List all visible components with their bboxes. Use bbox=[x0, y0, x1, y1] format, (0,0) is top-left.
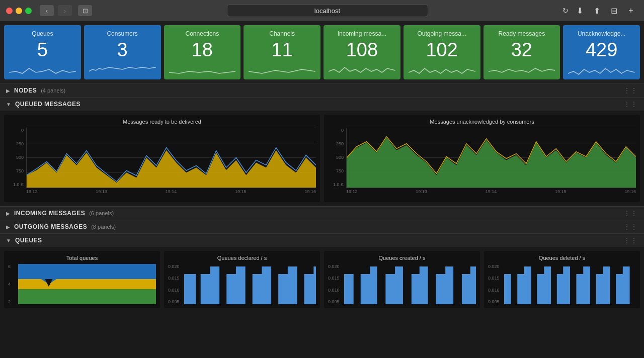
forward-button[interactable]: › bbox=[58, 5, 72, 16]
chart-queues-declared: Queues declared / s 0.020 0.015 0.010 0.… bbox=[164, 251, 320, 308]
chart-unack-svg bbox=[347, 128, 636, 188]
queues-chevron-icon: ▼ bbox=[6, 238, 11, 243]
chart-total-queues: Total queues 6 4 2 bbox=[4, 251, 160, 308]
svg-rect-3 bbox=[18, 279, 156, 289]
outgoing-section-header[interactable]: ▶ OUTGOING MESSAGES (8 panels) ⋮⋮ bbox=[0, 220, 644, 233]
queues-created-title: Queues created / s bbox=[328, 255, 476, 261]
incoming-title: INCOMING MESSAGES bbox=[14, 210, 85, 217]
chart-ready-grid bbox=[26, 128, 316, 188]
chart-unack-area: 1.0 K 750 500 250 0 bbox=[328, 128, 636, 198]
stat-card-consumers[interactable]: Consumers 3 bbox=[84, 25, 161, 79]
consumers-value: 3 bbox=[89, 39, 156, 60]
queued-title: QUEUED MESSAGES bbox=[15, 101, 80, 108]
chart-messages-unack: Messages unacknowledged by consumers 1.0… bbox=[324, 115, 640, 202]
queues-declared-title: Queues declared / s bbox=[168, 255, 316, 261]
outgoing-chevron-icon: ▶ bbox=[6, 224, 10, 230]
svg-marker-7 bbox=[344, 266, 476, 304]
dashboard: Queues 5 Consumers 3 Connections 18 Chan… bbox=[0, 21, 644, 312]
total-queues-area: 6 4 2 bbox=[8, 264, 156, 304]
incoming-sparkline bbox=[329, 62, 395, 76]
queues-title: QUEUES bbox=[15, 237, 42, 244]
traffic-lights bbox=[6, 8, 32, 14]
svg-rect-2 bbox=[18, 289, 156, 304]
incoming-label: Incoming messa... bbox=[329, 30, 395, 37]
chart-ready-xaxis: 19:12 19:13 19:14 19:15 19:16 bbox=[26, 189, 316, 198]
channels-label: Channels bbox=[249, 30, 315, 37]
maximize-button[interactable] bbox=[25, 8, 32, 14]
sidebar-toggle-button[interactable]: ⊟ bbox=[607, 5, 621, 16]
connections-sparkline bbox=[169, 62, 236, 76]
nodes-chevron-icon: ▶ bbox=[6, 88, 10, 94]
queues-section-header[interactable]: ▼ QUEUES ⋮⋮ bbox=[0, 233, 644, 247]
chrome-actions: ⬇ ⬆ ⊟ + bbox=[573, 5, 638, 16]
queues-charts-row: Total queues 6 4 2 bbox=[0, 247, 644, 312]
minimize-button[interactable] bbox=[16, 8, 22, 14]
queues-dots: ⋮⋮ bbox=[624, 237, 638, 244]
stat-card-ready[interactable]: Ready messages 32 bbox=[484, 25, 560, 79]
queues-sparkline bbox=[9, 62, 76, 76]
refresh-button[interactable]: ↻ bbox=[562, 7, 569, 15]
outgoing-value: 102 bbox=[409, 39, 475, 60]
share-button[interactable]: ⬆ bbox=[590, 5, 604, 16]
stat-card-connections[interactable]: Connections 18 bbox=[164, 25, 241, 79]
outgoing-label: Outgoing messa... bbox=[409, 30, 475, 37]
queues-created-svg bbox=[344, 264, 476, 304]
ready-sparkline bbox=[489, 62, 555, 76]
outgoing-title: OUTGOING MESSAGES bbox=[14, 223, 87, 230]
back-button[interactable]: ‹ bbox=[40, 5, 54, 16]
stat-card-channels[interactable]: Channels 11 bbox=[244, 25, 320, 79]
queued-dots: ⋮⋮ bbox=[624, 101, 638, 108]
channels-value: 11 bbox=[249, 39, 315, 60]
stat-card-outgoing[interactable]: Outgoing messa... 102 bbox=[404, 25, 480, 79]
chart-messages-ready: Messages ready to be delivered 1.0 K 750… bbox=[4, 115, 320, 202]
outgoing-sparkline bbox=[409, 62, 475, 76]
incoming-value: 108 bbox=[329, 39, 395, 60]
layout-button[interactable]: ⊡ bbox=[78, 5, 92, 16]
chart-ready-yaxis: 1.0 K 750 500 250 0 bbox=[8, 128, 26, 188]
queued-section-header[interactable]: ▼ QUEUED MESSAGES ⋮⋮ bbox=[0, 97, 644, 111]
download-button[interactable]: ⬇ bbox=[573, 5, 587, 16]
close-button[interactable] bbox=[6, 8, 13, 14]
queues-declared-svg bbox=[184, 264, 316, 304]
connections-label: Connections bbox=[169, 30, 236, 37]
queues-value: 5 bbox=[9, 39, 76, 60]
unack-sparkline bbox=[568, 62, 635, 76]
stat-card-unack[interactable]: Unacknowledge... 429 bbox=[563, 25, 640, 79]
chart-unack-xaxis: 19:12 19:13 19:14 19:15 19:16 bbox=[346, 189, 636, 198]
url-text: localhost bbox=[314, 7, 340, 15]
chart-unack-yaxis: 1.0 K 750 500 250 0 bbox=[328, 128, 346, 188]
connections-value: 18 bbox=[169, 39, 236, 60]
unack-label: Unacknowledge... bbox=[568, 30, 635, 37]
ready-value: 32 bbox=[489, 39, 555, 60]
chart-ready-area: 1.0 K 750 500 250 0 bbox=[8, 128, 316, 198]
incoming-chevron-icon: ▶ bbox=[6, 211, 10, 216]
queues-deleted-title: Queues deleted / s bbox=[488, 255, 636, 261]
consumers-label: Consumers bbox=[89, 30, 156, 37]
outgoing-dots: ⋮⋮ bbox=[624, 223, 638, 230]
incoming-dots: ⋮⋮ bbox=[624, 210, 638, 217]
channels-sparkline bbox=[249, 62, 315, 76]
svg-marker-0 bbox=[27, 150, 316, 188]
incoming-subtitle: (6 panels) bbox=[89, 210, 114, 216]
svg-marker-8 bbox=[504, 266, 636, 304]
stat-cards-row: Queues 5 Consumers 3 Connections 18 Chan… bbox=[0, 21, 644, 83]
outgoing-subtitle: (8 panels) bbox=[91, 224, 116, 230]
new-tab-button[interactable]: + bbox=[624, 5, 638, 16]
chart-unack-grid bbox=[346, 128, 636, 188]
queues-label: Queues bbox=[9, 30, 76, 37]
nodes-subtitle: (4 panels) bbox=[41, 87, 65, 94]
queues-declared-area: 0.020 0.015 0.010 0.005 bbox=[168, 264, 316, 304]
browser-chrome: ‹ › ⊡ localhost ↻ ⬇ ⬆ ⊟ + bbox=[0, 0, 644, 21]
queues-created-area: 0.020 0.015 0.010 0.005 bbox=[328, 264, 476, 304]
stat-card-incoming[interactable]: Incoming messa... 108 bbox=[324, 25, 400, 79]
nodes-section-header[interactable]: ▶ NODES (4 panels) ⋮⋮ bbox=[0, 83, 644, 97]
incoming-section-header[interactable]: ▶ INCOMING MESSAGES (6 panels) ⋮⋮ bbox=[0, 206, 644, 220]
ready-label: Ready messages bbox=[489, 30, 555, 37]
consumers-sparkline bbox=[89, 62, 156, 76]
queued-chevron-icon: ▼ bbox=[6, 102, 11, 107]
nodes-title: NODES bbox=[14, 87, 37, 94]
total-queues-svg bbox=[18, 264, 156, 304]
address-bar[interactable]: localhost bbox=[227, 4, 428, 17]
stat-card-queues[interactable]: Queues 5 bbox=[4, 25, 81, 79]
queues-deleted-svg bbox=[504, 264, 636, 304]
